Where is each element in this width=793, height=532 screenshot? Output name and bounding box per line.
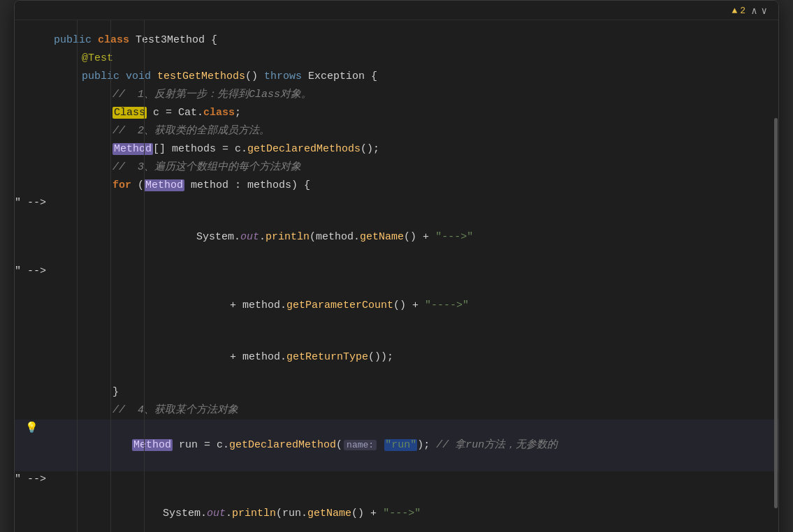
code-line-9: for (Method method : methods) { [48,177,778,194]
type-class-highlighted: Class [112,107,147,119]
code-line-11: + method.getParameterCount() + "---->" [48,281,778,331]
line-13: } [15,383,778,401]
code-line-1: public class Test3Method { [48,32,778,49]
code-line-6: // 2、获取类的全部成员方法。 [48,123,778,140]
keyword-class: class [98,34,136,46]
nav-down-icon[interactable]: ∨ [762,5,767,17]
warning-count: 2 [740,6,745,16]
code-line-16: System.out.println(run.getName() + "--->… [48,489,778,532]
code-line-12: + method.getReturnType()); [48,332,778,383]
comment-2: // 2、获取类的全部成员方法。 [112,125,270,137]
vertical-scrollbar[interactable] [773,20,778,532]
line-1: public class Test3Method { [15,31,778,50]
code-line-2: @Test [48,50,778,67]
line-7: Method[] methods = c.getDeclaredMethods(… [15,140,778,158]
warning-icon: ▲ [732,6,738,16]
line-2: @Test [15,50,778,68]
line-11: + method.getParameterCount() + "---->" [15,280,778,332]
line-12: + method.getReturnType()); [15,332,778,383]
code-line-15: Method run = c.getDeclaredMethod(name: "… [48,420,778,471]
type-method-run: Method [132,439,173,451]
comment-3: // 3、遍历这个数组中的每个方法对象 [112,161,301,173]
type-method-highlighted: Method [112,143,153,155]
code-line-8: // 3、遍历这个数组中的每个方法对象 [48,159,778,176]
code-line-13: } [48,384,778,401]
code-line-3: public void testGetMethods() throws Exce… [48,68,778,85]
code-area: public class Test3Method { @Test public … [15,20,778,532]
param-value-run: "run" [384,439,417,451]
line-16: System.out.println(run.getName() + "--->… [15,488,778,532]
line-9: for (Method method : methods) { [15,177,778,195]
nav-arrows[interactable]: ∧ ∨ [751,5,767,17]
comment-4: // 4、获取某个方法对象 [112,404,238,416]
scrollbar-thumb[interactable] [774,118,778,508]
nav-up-icon[interactable]: ∧ [751,5,757,17]
line-8: // 3、遍历这个数组中的每个方法对象 [15,158,778,177]
param-hint-name: name: [344,440,377,450]
annotation-test: @Test [82,52,113,64]
code-line-14: // 4、获取某个方法对象 [48,402,778,419]
code-line-10: System.out.println(method.getName() + "-… [48,212,778,263]
line-6: // 2、获取类的全部成员方法。 [15,122,778,140]
comment-1: // 1、反射第一步：先得到Class对象。 [112,89,312,101]
warning-badge: ▲ 2 [732,6,746,16]
line-4: // 1、反射第一步：先得到Class对象。 [15,86,778,104]
keyword-public: public [54,34,98,46]
code-line-5: Class c = Cat.class; [48,105,778,121]
code-line-4: // 1、反射第一步：先得到Class对象。 [48,87,778,103]
lightbulb-icon[interactable]: 💡 [15,420,48,437]
line-14: // 4、获取某个方法对象 [15,401,778,420]
line-3: public void testGetMethods() throws Exce… [15,68,778,86]
editor-window: ▲ 2 ∧ ∨ public class Test3Method { @Test… [14,0,779,532]
line-15: 💡 Method run = c.getDeclaredMethod(name:… [15,420,778,471]
line-5: Class c = Cat.class; [15,104,778,122]
type-method-2: Method [144,179,184,191]
classname: Test3Method { [136,34,217,46]
line-10: System.out.println(method.getName() + "-… [15,212,778,263]
code-line-7: Method[] methods = c.getDeclaredMethods(… [48,141,778,158]
top-bar: ▲ 2 ∧ ∨ [15,1,778,20]
inline-comment: // 拿run方法，无参数的 [436,439,558,451]
